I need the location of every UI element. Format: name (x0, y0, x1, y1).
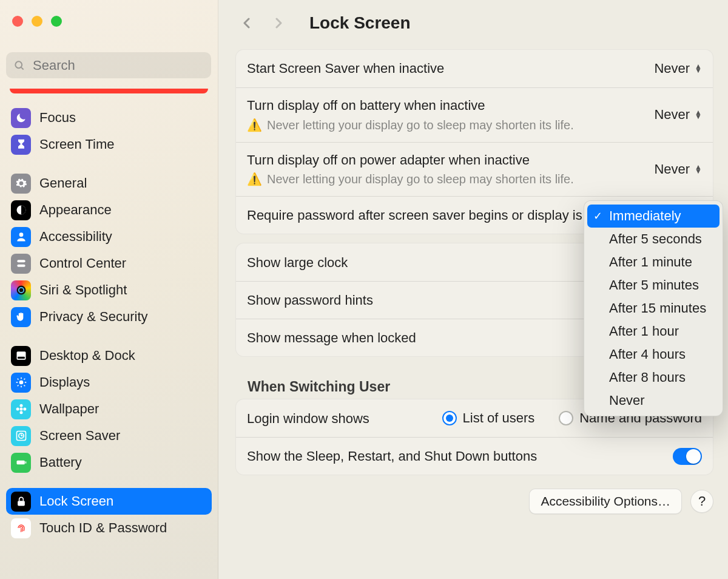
login-window-label: Login window shows (247, 410, 442, 428)
warning-icon: ⚠️ (247, 171, 262, 188)
back-button[interactable] (235, 12, 258, 35)
battery-icon (11, 453, 31, 473)
sidebar-item-label: Focus (39, 110, 76, 126)
warning-label: Never letting your display go to sleep m… (267, 171, 574, 188)
person-icon (11, 227, 31, 247)
menu-item-immediately[interactable]: ✓Immediately (587, 205, 720, 228)
stepper-icon: ▲▼ (695, 64, 702, 73)
svg-point-23 (23, 408, 26, 411)
radio-list-of-users[interactable]: List of users (442, 410, 535, 426)
forward-button[interactable] (267, 12, 290, 35)
sidebar-item-general[interactable]: General (6, 170, 212, 197)
menu-item-label: Immediately (609, 208, 681, 223)
clock-square-icon (11, 426, 31, 446)
svg-point-0 (15, 61, 22, 68)
checkmark-icon: ✓ (593, 209, 602, 223)
menu-item-label: Never (609, 393, 645, 408)
menu-item-after-8-hours[interactable]: After 8 hours (587, 366, 720, 389)
sleep-buttons-toggle[interactable] (673, 448, 702, 465)
svg-rect-28 (16, 461, 24, 465)
svg-line-16 (24, 385, 25, 387)
sidebar-item-label: Siri & Spotlight (39, 282, 127, 298)
sidebar-item-label: Touch ID & Password (39, 520, 167, 536)
svg-rect-30 (18, 501, 25, 506)
menu-item-after-1-hour[interactable]: After 1 hour (587, 320, 720, 343)
sidebar-item-wallpaper[interactable]: Wallpaper (6, 396, 212, 422)
sleep-buttons-label: Show the Sleep, Restart, and Shut Down b… (247, 447, 673, 466)
menu-item-never[interactable]: Never (587, 389, 720, 412)
sidebar-item-siri[interactable]: Siri & Spotlight (6, 277, 212, 303)
svg-point-19 (19, 408, 22, 411)
svg-point-21 (19, 411, 22, 414)
moon-icon (11, 108, 31, 128)
accessibility-options-button[interactable]: Accessibility Options… (529, 489, 682, 514)
row-screensaver_inactive: Start Screen Saver when inactiveNever▲▼ (236, 50, 713, 87)
svg-rect-5 (17, 265, 25, 267)
sidebar-item-label: Screen Saver (39, 428, 120, 444)
svg-point-3 (19, 232, 23, 237)
chevron-left-icon (240, 16, 254, 30)
svg-line-18 (24, 379, 25, 380)
sidebar-list[interactable]: FocusScreen TimeGeneralAppearanceAccessi… (0, 89, 218, 579)
flower-icon (11, 399, 31, 419)
search-input[interactable] (32, 57, 204, 74)
menu-item-label: After 1 minute (609, 254, 692, 269)
sidebar-item-label: Lock Screen (39, 493, 113, 509)
sun-icon (11, 373, 31, 393)
sidebar-item-label: Desktop & Dock (39, 348, 135, 364)
row-display_off_battery: Turn display off on battery when inactiv… (236, 87, 713, 142)
sidebar-item-battery[interactable]: Battery (6, 449, 212, 476)
menu-item-after-5-minutes[interactable]: After 5 minutes (587, 274, 720, 297)
fingerprint-icon (11, 518, 31, 538)
help-button[interactable]: ? (690, 490, 713, 513)
sidebar-partial-item[interactable] (10, 89, 208, 93)
sidebar-item-desktop[interactable]: Desktop & Dock (6, 342, 212, 369)
sidebar-item-controlcenter[interactable]: Control Center (6, 250, 212, 277)
svg-line-17 (17, 385, 18, 387)
menu-item-after-4-hours[interactable]: After 4 hours (587, 343, 720, 366)
header: Lock Screen (235, 0, 713, 46)
footer-buttons: Accessibility Options… ? (235, 489, 713, 514)
zoom-window-button[interactable] (51, 16, 62, 27)
popup-display_off_power[interactable]: Never▲▼ (654, 161, 702, 177)
minimize-window-button[interactable] (32, 16, 42, 27)
sidebar-item-accessibility[interactable]: Accessibility (6, 223, 212, 250)
radio-label: List of users (463, 410, 535, 426)
sidebar-item-focus[interactable]: Focus (6, 104, 212, 131)
svg-point-10 (19, 381, 23, 385)
svg-line-1 (21, 67, 24, 69)
require-password-menu[interactable]: ✓ImmediatelyAfter 5 secondsAfter 1 minut… (584, 200, 723, 416)
dock-icon (11, 346, 31, 366)
menu-item-after-1-minute[interactable]: After 1 minute (587, 251, 720, 274)
row-label: Start Screen Saver when inactive (247, 59, 642, 78)
sidebar-item-privacy[interactable]: Privacy & Security (6, 303, 212, 330)
svg-rect-4 (17, 260, 25, 262)
sidebar-item-screentime[interactable]: Screen Time (6, 131, 212, 158)
contrast-icon (11, 200, 31, 220)
menu-item-label: After 5 seconds (609, 231, 702, 246)
hourglass-icon (11, 135, 31, 155)
search-icon (13, 59, 25, 72)
search-field[interactable] (6, 52, 211, 78)
gear-icon (11, 174, 31, 194)
sidebar-item-label: Displays (39, 374, 90, 390)
chevron-right-icon (271, 16, 286, 30)
popup-display_off_battery[interactable]: Never▲▼ (654, 107, 702, 123)
menu-item-after-5-seconds[interactable]: After 5 seconds (587, 228, 720, 251)
sidebar-item-touchid[interactable]: Touch ID & Password (6, 515, 212, 541)
sidebar-item-label: Control Center (39, 256, 126, 271)
page-title: Lock Screen (309, 13, 411, 33)
sidebar-item-screensaver[interactable]: Screen Saver (6, 422, 212, 449)
radio-dot-icon (559, 411, 573, 425)
close-window-button[interactable] (12, 16, 23, 27)
sidebar-item-label: Battery (39, 455, 82, 470)
sidebar: FocusScreen TimeGeneralAppearanceAccessi… (0, 0, 218, 579)
sidebar-item-label: Wallpaper (39, 401, 99, 417)
sidebar-item-label: Appearance (39, 202, 112, 218)
popup-screensaver_inactive[interactable]: Never▲▼ (654, 61, 702, 76)
sidebar-item-displays[interactable]: Displays (6, 369, 212, 396)
row-label: Turn display off on battery when inactiv… (247, 96, 642, 115)
sidebar-item-appearance[interactable]: Appearance (6, 197, 212, 223)
sidebar-item-lockscreen[interactable]: Lock Screen (6, 488, 212, 515)
menu-item-after-15-minutes[interactable]: After 15 minutes (587, 297, 720, 320)
